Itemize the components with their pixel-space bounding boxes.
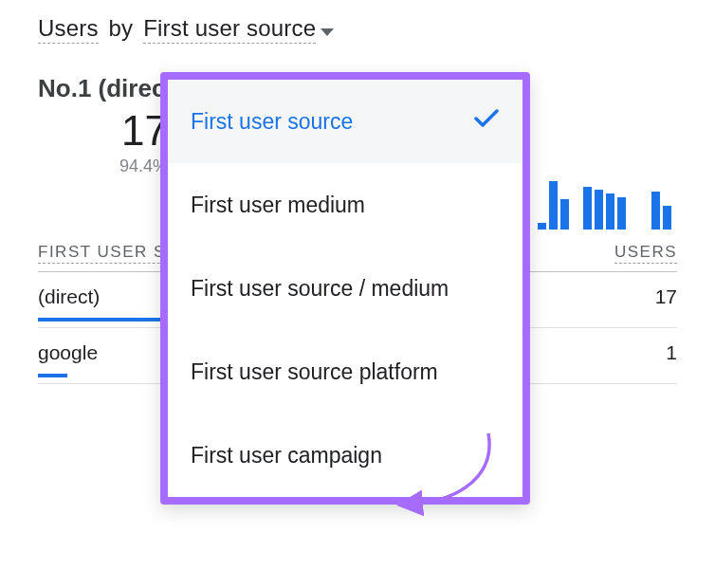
sparkline-bar	[606, 193, 614, 229]
sparkline-bar	[549, 181, 558, 230]
dropdown-option[interactable]: First user source platform	[168, 330, 522, 413]
dropdown-option[interactable]: First user source	[168, 80, 522, 163]
column-header-metric[interactable]: USERS	[521, 235, 677, 272]
sparkline-bar	[651, 192, 660, 230]
dropdown-option-label: First user source / medium	[191, 276, 449, 302]
sparkline-bar	[560, 199, 569, 230]
sparkline-bar	[595, 190, 603, 230]
sparkline-bar	[663, 206, 671, 229]
dropdown-option[interactable]: First user campaign	[168, 413, 522, 497]
dropdown-option-label: First user campaign	[191, 443, 382, 469]
row-bar	[38, 374, 67, 377]
dropdown-option[interactable]: First user medium	[168, 163, 522, 247]
dimension-dropdown: First user sourceFirst user mediumFirst …	[160, 72, 530, 505]
row-value: 1	[521, 327, 677, 383]
sparkline-bar	[583, 187, 592, 230]
sparkline	[538, 175, 685, 230]
by-text: by	[105, 15, 138, 41]
sparkline-bar	[617, 197, 626, 230]
dropdown-option-label: First user medium	[191, 193, 365, 218]
card-heading: Users by First user source	[38, 15, 677, 44]
dropdown-option[interactable]: First user source / medium	[168, 247, 522, 330]
sparkline-bar	[538, 223, 546, 230]
dimension-dropdown-trigger[interactable]: First user source	[143, 15, 316, 44]
dropdown-option-label: First user source platform	[191, 359, 438, 385]
dropdown-option-label: First user source	[191, 109, 353, 135]
metric-link[interactable]: Users	[38, 15, 99, 44]
check-icon	[473, 108, 500, 135]
row-value: 17	[521, 271, 677, 327]
chevron-down-icon[interactable]	[320, 17, 335, 44]
